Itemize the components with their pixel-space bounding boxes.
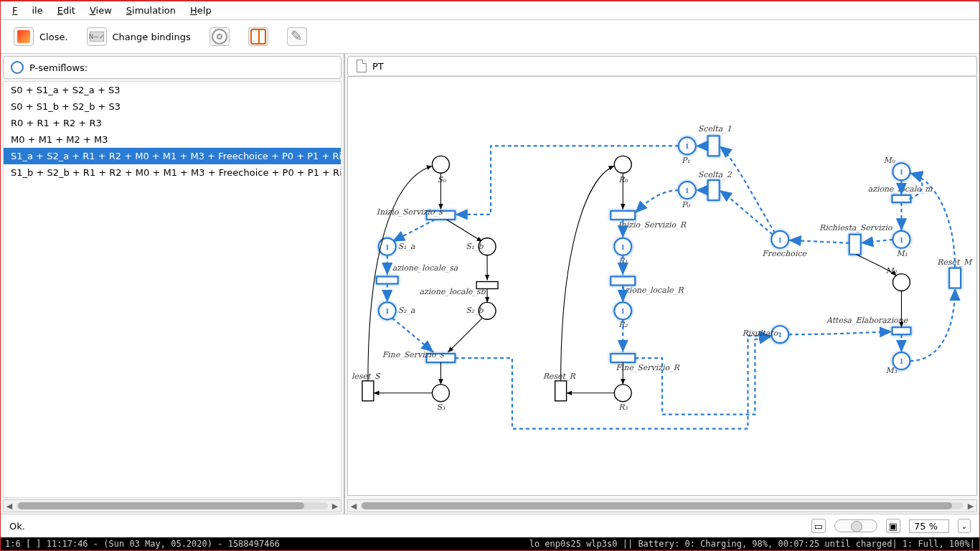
svg-text:M₃: M₃ [886,366,897,375]
svg-text:S₀: S₀ [437,175,446,184]
change-bindings-label: Change bindings [113,32,191,42]
tool-refresh[interactable] [207,26,232,47]
svg-text:S₁_a: S₁_a [398,242,415,251]
tool-swap[interactable] [245,26,271,47]
svg-text:Azione_locale_R: Azione_locale_R [618,286,684,295]
list-item[interactable]: R0 + R1 + R2 + R3 [4,115,341,131]
svg-text:M₂: M₂ [886,266,897,276]
svg-rect-75 [949,268,961,288]
svg-text:Scelta_2: Scelta_2 [698,170,732,179]
page-icon [354,58,369,74]
svg-text:R₀: R₀ [618,175,628,184]
svg-text:R₃: R₃ [618,402,628,412]
list-item[interactable]: M0 + M1 + M2 + M3 [4,131,341,148]
zoom-in-button[interactable]: ▣ [886,519,900,533]
left-panel-title: P-semiflows: [29,62,88,73]
svg-text:M₀: M₀ [884,156,895,165]
svg-rect-70 [892,327,911,334]
svg-text:Fine_Servizio_s: Fine_Servizio_s [382,350,445,359]
svg-point-0 [432,156,449,173]
svg-text:1: 1 [900,235,903,244]
right-hscroll[interactable]: ◀▶ [347,499,977,512]
system-bar: 1:6 [ ] 11:17:46 - (Sun 03 May, 05.2020)… [1,537,979,550]
svg-text:leset_S: leset_S [352,372,381,381]
menu-help[interactable]: Help [183,4,219,17]
svg-text:azione_locale_sb: azione_locale_sb [420,287,486,296]
list-item[interactable]: S0 + S1_a + S2_a + S3 [4,82,341,98]
status-text: Ok. [9,521,25,532]
svg-text:S₂_b: S₂_b [466,306,484,315]
svg-text:M₁: M₁ [897,249,908,258]
zoom-slider[interactable] [834,519,877,532]
svg-text:S₂_a: S₂_a [398,306,415,315]
svg-point-24 [614,156,631,173]
svg-rect-40 [555,381,567,401]
svg-text:Inizio_Servizio_R: Inizio_Servizio_R [618,220,686,230]
left-panel-header: P-semiflows: [3,56,341,79]
main-split: P-semiflows: S0 + S1_a + S2_a + S3S0 + S… [1,54,979,514]
svg-text:Reset_R: Reset_R [543,372,576,381]
svg-text:Richiesta_Servizio: Richiesta_Servizio [819,223,893,232]
svg-text:Attesa_Elaborazione: Attesa_Elaborazione [826,316,908,325]
semiflows-icon [9,60,25,75]
svg-text:Inizio_Servizio_s: Inizio_Servizio_s [377,207,443,217]
right-panel: PT S₀ Inizio_Servizio_s [345,54,979,514]
refresh-icon [209,27,230,46]
svg-text:azione_locale_m: azione_locale_m [868,184,933,194]
semiflow-list[interactable]: S0 + S1_a + S2_a + S3S0 + S1_b + S2_b + … [3,81,341,498]
petri-canvas[interactable]: S₀ Inizio_Servizio_s 1S₁_a S₁_b azione_l… [348,77,976,495]
list-item[interactable]: S1_a + S2_a + R1 + R2 + M0 + M1 + M3 + F… [4,148,341,164]
sysbar-left: 1:6 [ ] 11:17:46 - (Sun 03 May, 05.2020)… [5,539,280,549]
svg-point-38 [614,385,631,402]
menu-edit[interactable]: Edit [50,4,83,17]
close-button[interactable]: Close. [11,26,71,47]
close-label: Close. [39,32,68,42]
menu-simulation[interactable]: Simulation [119,4,183,17]
list-item[interactable]: S0 + S1_b + S2_b + S3 [4,98,341,115]
svg-text:1: 1 [621,242,625,251]
zoom-value: 75 % [909,519,949,533]
svg-text:1: 1 [621,306,625,315]
canvas-title: PT [372,61,384,72]
svg-text:1: 1 [385,242,389,251]
swap-icon [248,27,268,46]
svg-text:1: 1 [778,330,782,339]
zoom-dropdown[interactable]: ⌄ [958,519,971,533]
svg-text:Freechoice: Freechoice [762,249,806,258]
svg-rect-9 [377,277,398,284]
svg-point-68 [893,274,910,291]
svg-rect-26 [611,211,635,220]
svg-rect-36 [611,354,635,362]
svg-rect-42 [708,136,720,156]
svg-text:azione_locale_sa: azione_locale_sa [392,263,458,273]
svg-rect-22 [362,381,374,401]
zoom-controls: ▭ ▣ 75 % ⌄ [811,519,971,533]
menu-file[interactable]: File [5,4,50,17]
list-item[interactable]: S1_b + S2_b + R1 + R2 + M0 + M1 + M3 + F… [4,164,341,181]
svg-text:1: 1 [900,167,903,176]
svg-text:1: 1 [778,235,782,244]
menu-view[interactable]: View [83,4,119,17]
svg-rect-66 [849,235,861,255]
svg-rect-62 [892,195,911,202]
svg-text:1: 1 [385,306,389,315]
canvas-header: PT [347,56,977,76]
svg-text:Risultato: Risultato [742,329,778,338]
caliper-icon [287,27,307,46]
zoom-out-button[interactable]: ▭ [811,519,826,533]
toolbar: Close. N=✓ Change bindings [1,20,979,54]
svg-text:1: 1 [900,357,903,365]
sysbar-mid: lo enp0s25 wlp3s0 || Battery: 0: Chargin… [529,539,975,549]
tool-measure[interactable] [284,26,310,47]
menu-bar: File Edit View Simulation Help [1,1,979,20]
svg-text:1: 1 [685,141,689,150]
close-icon [14,27,34,46]
svg-text:P₁: P₁ [682,156,690,165]
change-bindings-button[interactable]: N=✓ Change bindings [84,26,194,47]
svg-text:S₁_b: S₁_b [466,242,484,251]
left-hscroll[interactable]: ◀▶ [3,499,341,512]
left-panel: P-semiflows: S0 + S1_a + S2_a + S3S0 + S… [1,54,345,514]
svg-text:Fine_Servizio_R: Fine_Servizio_R [616,363,679,372]
svg-rect-31 [611,277,635,286]
svg-point-20 [432,385,449,402]
